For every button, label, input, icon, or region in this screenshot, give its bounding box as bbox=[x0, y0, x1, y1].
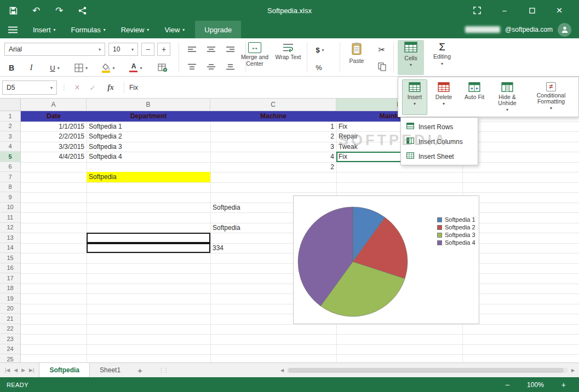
format-table-settings-button[interactable] bbox=[153, 61, 172, 74]
bold-button[interactable]: B bbox=[4, 61, 19, 74]
add-sheet-button[interactable] bbox=[130, 366, 150, 375]
menu-tab-formulas[interactable]: Formulas bbox=[64, 21, 113, 38]
row-header-3[interactable]: 3 bbox=[0, 131, 20, 142]
row-header-15[interactable]: 15 bbox=[0, 253, 20, 263]
menu-tab-review[interactable]: Review bbox=[113, 21, 157, 38]
copy-button[interactable] bbox=[374, 60, 390, 73]
horizontal-scrollbar[interactable] bbox=[278, 366, 577, 374]
row-header-13[interactable]: 13 bbox=[0, 233, 20, 243]
cell-C2[interactable]: 1 bbox=[210, 122, 336, 132]
row-header-25[interactable]: 25 bbox=[0, 354, 20, 362]
maximize-icon[interactable] bbox=[526, 5, 537, 16]
cell-A1[interactable]: Date bbox=[21, 111, 87, 122]
row-header-19[interactable]: 19 bbox=[0, 293, 20, 304]
percent-format-button[interactable]: % bbox=[311, 61, 326, 74]
align-bottom-button[interactable] bbox=[222, 61, 238, 73]
popup-conditional-formatting-button[interactable]: Conditional Formatting bbox=[526, 79, 576, 115]
cell-B13[interactable] bbox=[87, 233, 210, 243]
row-header-11[interactable]: 11 bbox=[0, 212, 20, 223]
menu-item-insert-sheet[interactable]: Insert Sheet bbox=[401, 149, 478, 164]
col-header-C[interactable]: C bbox=[210, 99, 336, 111]
fill-color-button[interactable] bbox=[98, 61, 119, 74]
menu-tab-insert[interactable]: Insert bbox=[25, 21, 64, 38]
last-sheet-icon[interactable] bbox=[29, 367, 34, 373]
row-header-5[interactable]: 5 bbox=[0, 152, 20, 162]
cell-B1[interactable]: Department bbox=[87, 111, 210, 122]
row-header-8[interactable]: 8 bbox=[0, 182, 20, 193]
font-name-combo[interactable]: Arial bbox=[4, 43, 105, 56]
select-all-corner[interactable] bbox=[0, 99, 21, 111]
share-icon[interactable] bbox=[77, 5, 88, 16]
cell-C6[interactable]: 2 bbox=[210, 162, 336, 172]
font-color-button[interactable]: A bbox=[125, 61, 147, 74]
fullscreen-icon[interactable] bbox=[472, 5, 483, 16]
align-right-button[interactable] bbox=[222, 43, 238, 55]
row-header-6[interactable]: 6 bbox=[0, 162, 20, 172]
zoom-in-icon[interactable] bbox=[561, 381, 566, 389]
account-area[interactable]: @softpedia.com bbox=[465, 23, 579, 37]
wrap-text-button[interactable]: Wrap Text bbox=[274, 41, 302, 74]
formula-input[interactable]: Fix bbox=[129, 80, 348, 95]
popup-delete-button[interactable]: Delete bbox=[431, 79, 457, 115]
hamburger-menu-icon[interactable] bbox=[0, 21, 25, 38]
menu-item-insert-columns[interactable]: Insert Columns bbox=[401, 134, 478, 149]
row-header-2[interactable]: 2 bbox=[0, 122, 20, 132]
redo-icon[interactable] bbox=[54, 5, 65, 16]
cell-A4[interactable]: 3/3/2015 bbox=[21, 142, 87, 152]
row-header-16[interactable]: 16 bbox=[0, 263, 20, 274]
cell-B5[interactable]: Softpedia 4 bbox=[87, 152, 210, 162]
accept-entry-icon[interactable] bbox=[85, 80, 100, 95]
row-header-7[interactable]: 7 bbox=[0, 172, 20, 182]
row-header-4[interactable]: 4 bbox=[0, 142, 20, 152]
save-icon[interactable] bbox=[8, 5, 19, 16]
undo-icon[interactable] bbox=[31, 5, 42, 16]
next-sheet-icon[interactable] bbox=[21, 367, 25, 373]
cell-C5[interactable]: 4 bbox=[210, 152, 336, 162]
menu-tab-view[interactable]: View bbox=[157, 21, 192, 38]
cell-C3[interactable]: 2 bbox=[210, 131, 336, 142]
font-size-combo[interactable]: 10 bbox=[108, 43, 138, 56]
underline-button[interactable]: U bbox=[44, 61, 66, 74]
row-header-1[interactable]: 1 bbox=[0, 111, 20, 122]
col-header-B[interactable]: B bbox=[87, 99, 210, 111]
zoom-level[interactable]: 100% bbox=[527, 381, 544, 389]
row-header-10[interactable]: 10 bbox=[0, 203, 20, 213]
cell-C1[interactable]: Machine bbox=[210, 111, 336, 122]
scroll-left-icon[interactable] bbox=[278, 368, 286, 373]
align-middle-button[interactable] bbox=[203, 61, 219, 73]
cell-B3[interactable]: Softpedia 2 bbox=[87, 131, 210, 142]
cell-A3[interactable]: 2/2/2015 bbox=[21, 131, 87, 142]
popup-hide-unhide-button[interactable]: Hide & Unhide bbox=[491, 79, 523, 115]
scroll-right-icon[interactable] bbox=[569, 368, 577, 373]
editing-button[interactable]: Σ Editing bbox=[428, 40, 456, 75]
cells-button[interactable]: Cells bbox=[398, 40, 424, 75]
currency-format-button[interactable]: $ bbox=[310, 43, 330, 56]
row-header-12[interactable]: 12 bbox=[0, 223, 20, 233]
borders-button[interactable] bbox=[70, 61, 92, 74]
row-header-22[interactable]: 22 bbox=[0, 324, 20, 335]
avatar[interactable] bbox=[558, 23, 571, 37]
cell-A5[interactable]: 4/4/2015 bbox=[21, 152, 87, 162]
cell-B7[interactable]: Softpedia bbox=[87, 172, 210, 182]
col-header-A[interactable]: A bbox=[21, 99, 87, 111]
scrollbar-thumb[interactable] bbox=[288, 368, 564, 373]
zoom-out-icon[interactable] bbox=[505, 381, 509, 389]
scrollbar-track[interactable] bbox=[287, 368, 568, 373]
tabbar-splitter-handle[interactable] bbox=[158, 367, 168, 374]
italic-button[interactable]: I bbox=[24, 61, 38, 74]
align-center-button[interactable] bbox=[203, 43, 219, 55]
row-header-14[interactable]: 14 bbox=[0, 243, 20, 253]
row-header-24[interactable]: 24 bbox=[0, 344, 20, 355]
cell-B2[interactable]: Softpedia 1 bbox=[87, 122, 210, 132]
popup-insert-button[interactable]: Insert bbox=[402, 79, 427, 115]
cut-button[interactable] bbox=[374, 43, 390, 56]
minimize-icon[interactable] bbox=[499, 5, 510, 16]
align-left-button[interactable] bbox=[184, 43, 199, 55]
insert-function-icon[interactable]: fx bbox=[103, 80, 118, 95]
pie-chart-object[interactable]: Softpedia 1Softpedia 2Softpedia 3Softped… bbox=[293, 195, 479, 324]
menu-item-insert-rows[interactable]: Insert Rows bbox=[401, 119, 478, 134]
row-header-20[interactable]: 20 bbox=[0, 304, 20, 314]
increase-font-size-button[interactable] bbox=[157, 43, 170, 56]
cell-C4[interactable]: 3 bbox=[210, 142, 336, 152]
cell-A2[interactable]: 1/1/2015 bbox=[21, 122, 87, 132]
